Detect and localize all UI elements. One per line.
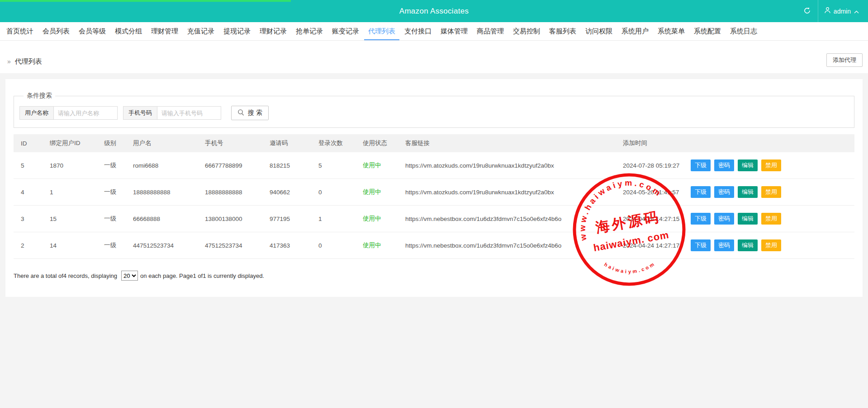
search-row: 用户名称 手机号码 搜 索	[19, 106, 849, 120]
cell-created-time: 2024-05-20 11:41:57	[616, 179, 683, 206]
nav-item[interactable]: 系统用户	[617, 22, 653, 40]
nav-item[interactable]: 提现记录	[219, 22, 255, 40]
password-button[interactable]: 密码	[714, 186, 734, 198]
nav-item[interactable]: 系统日志	[726, 22, 761, 40]
cell-created-time: 2024-04-24 14:27:15	[616, 206, 683, 232]
nav-item[interactable]: 访问权限	[581, 22, 617, 40]
status-badge: 使用中	[363, 242, 381, 249]
cell-level: 一级	[97, 232, 126, 259]
cell-login-count: 1	[311, 206, 356, 232]
nav-item[interactable]: 理财记录	[256, 22, 291, 40]
cell-phone: 13800138000	[198, 206, 262, 232]
table-body: 51870一级romi6688666777888998182155使用中http…	[14, 152, 854, 259]
nav-item[interactable]: 交易控制	[509, 22, 544, 40]
column-header: ID	[14, 134, 43, 152]
content-card: 条件搜索 用户名称 手机号码 搜 索	[5, 79, 863, 297]
cell-bind-user-id: 1870	[43, 152, 97, 179]
pagination-text-after: on each page. Page1 of1 is currently dis…	[140, 272, 264, 279]
nav-item[interactable]: 媒体管理	[436, 22, 472, 40]
nav-item-active[interactable]: 代理列表	[364, 22, 399, 40]
nav-item[interactable]: 会员列表	[38, 22, 74, 40]
refresh-button[interactable]	[797, 0, 818, 22]
cell-status: 使用中	[356, 232, 398, 259]
cell-phone: 66677788899	[198, 152, 262, 179]
nav-item[interactable]: 系统配置	[690, 22, 725, 40]
search-legend: 条件搜索	[24, 92, 55, 100]
nav-item[interactable]: 系统菜单	[654, 22, 689, 40]
table-header-row: ID绑定用户ID级别用户名手机号邀请码登录次数使用状态客服链接添加时间	[14, 134, 854, 152]
cell-status: 使用中	[356, 152, 398, 179]
cell-invite-code: 818215	[262, 152, 311, 179]
disable-button[interactable]: 禁用	[761, 159, 781, 171]
cell-login-count: 0	[311, 232, 356, 259]
edit-button[interactable]: 编辑	[738, 186, 758, 198]
cell-actions: 下级密码编辑禁用	[683, 206, 854, 232]
nav-item[interactable]: 会员等级	[75, 22, 110, 40]
password-button[interactable]: 密码	[714, 239, 734, 251]
column-header: 添加时间	[616, 134, 683, 152]
nav-item[interactable]: 模式分组	[111, 22, 146, 40]
chevron-up-icon	[854, 8, 859, 15]
nav-item[interactable]: 商品管理	[473, 22, 508, 40]
status-badge: 使用中	[363, 215, 381, 222]
cell-username: 447512523734	[126, 232, 198, 259]
cell-bind-user-id: 1	[43, 179, 97, 206]
disable-button[interactable]: 禁用	[761, 213, 781, 225]
nav-item[interactable]: 理财管理	[147, 22, 182, 40]
user-menu[interactable]: admin	[818, 0, 865, 22]
cell-invite-code: 417363	[262, 232, 311, 259]
edit-button[interactable]: 编辑	[738, 213, 758, 225]
cell-username: romi6688	[126, 152, 198, 179]
cell-service-link: https://vm.atozkuds.com/19ru8urwknuax1kd…	[398, 179, 616, 206]
column-header: 手机号	[198, 134, 262, 152]
page-size-select[interactable]: 20	[121, 271, 138, 281]
cell-id: 5	[14, 152, 43, 179]
nav-item[interactable]: 客服列表	[545, 22, 580, 40]
cell-actions: 下级密码编辑禁用	[683, 179, 854, 206]
pagination: There are a total of4 records, displayin…	[14, 271, 854, 281]
cell-status: 使用中	[356, 179, 398, 206]
subordinate-button[interactable]: 下级	[691, 213, 711, 225]
column-header	[683, 134, 854, 152]
password-button[interactable]: 密码	[714, 213, 734, 225]
agents-table: ID绑定用户ID级别用户名手机号邀请码登录次数使用状态客服链接添加时间 5187…	[14, 134, 854, 259]
disable-button[interactable]: 禁用	[761, 239, 781, 251]
main-nav: 首页统计会员列表会员等级模式分组理财管理充值记录提现记录理财记录抢单记录账变记录…	[0, 22, 868, 41]
subordinate-button[interactable]: 下级	[691, 186, 711, 198]
nav-item[interactable]: 抢单记录	[292, 22, 327, 40]
column-header: 级别	[97, 134, 126, 152]
cell-level: 一级	[97, 179, 126, 206]
cell-actions: 下级密码编辑禁用	[683, 232, 854, 259]
add-agent-button[interactable]: 添加代理	[826, 53, 863, 67]
phone-input[interactable]	[157, 106, 221, 120]
search-button-label: 搜 索	[248, 109, 262, 117]
username-field-group: 用户名称	[19, 106, 118, 120]
table-row: 41一级18888888888188888888889406620使用中http…	[14, 179, 854, 206]
cell-bind-user-id: 15	[43, 206, 97, 232]
column-header: 邀请码	[262, 134, 311, 152]
edit-button[interactable]: 编辑	[738, 159, 758, 171]
topbar-right: admin	[797, 0, 865, 22]
username-input[interactable]	[53, 106, 118, 120]
password-button[interactable]: 密码	[714, 159, 734, 171]
cell-actions: 下级密码编辑禁用	[683, 152, 854, 179]
search-button[interactable]: 搜 索	[231, 106, 269, 120]
phone-field-group: 手机号码	[123, 106, 221, 120]
nav-item[interactable]: 账变记录	[328, 22, 363, 40]
cell-phone: 47512523734	[198, 232, 262, 259]
cell-id: 3	[14, 206, 43, 232]
table-row: 315一级66668888138001380009771951使用中https:…	[14, 206, 854, 232]
cell-invite-code: 940662	[262, 179, 311, 206]
column-header: 用户名	[126, 134, 198, 152]
nav-item[interactable]: 充值记录	[183, 22, 218, 40]
subordinate-button[interactable]: 下级	[691, 239, 711, 251]
nav-item[interactable]: 支付接口	[400, 22, 436, 40]
subordinate-button[interactable]: 下级	[691, 159, 711, 171]
edit-button[interactable]: 编辑	[738, 239, 758, 251]
column-header: 客服链接	[398, 134, 616, 152]
page-title: 代理列表	[15, 57, 42, 65]
username-label: 用户名称	[19, 106, 53, 120]
disable-button[interactable]: 禁用	[761, 186, 781, 198]
pagination-text-before: There are a total of4 records, displayin…	[14, 272, 117, 279]
nav-item[interactable]: 首页统计	[2, 22, 38, 40]
